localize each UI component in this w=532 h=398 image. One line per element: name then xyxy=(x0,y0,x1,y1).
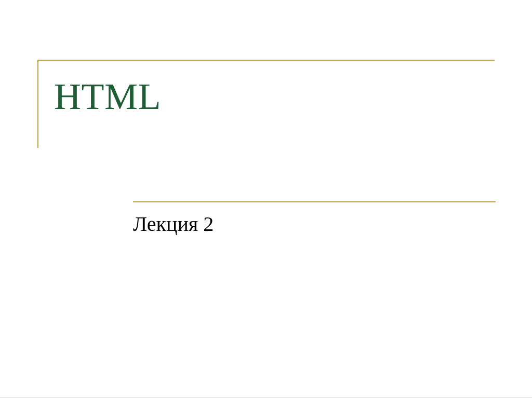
subtitle-rule xyxy=(133,201,496,202)
slide-title: HTML xyxy=(54,75,161,118)
slide-subtitle: Лекция 2 xyxy=(133,212,214,236)
